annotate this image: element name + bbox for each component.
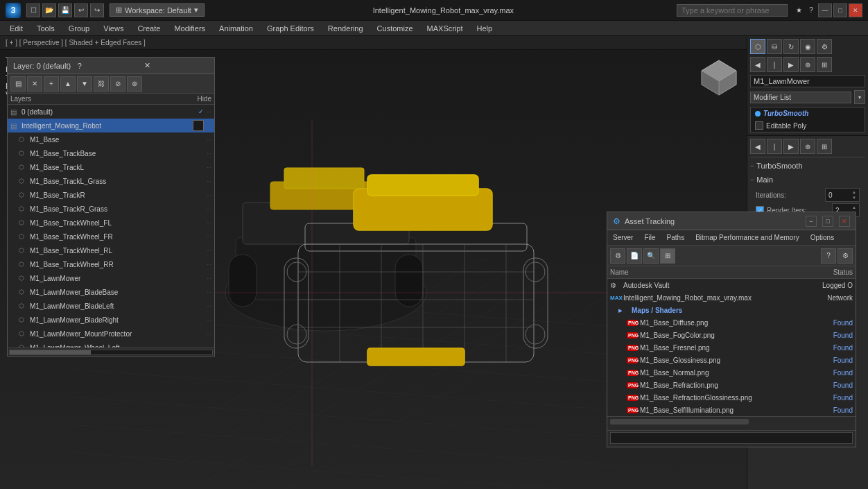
menu-create[interactable]: Create [130, 21, 167, 36]
at-btn4[interactable]: ⊞ [660, 248, 675, 264]
list-item[interactable]: ⬡ M1_Base_TrackR_Grass ··· [8, 202, 214, 216]
list-item[interactable]: ▸ Maps / Shaders [607, 304, 856, 316]
menu-customize[interactable]: Customize [370, 21, 420, 36]
icon1[interactable]: ◀ [750, 57, 765, 72]
prop-btn1[interactable]: ◀ [750, 139, 765, 154]
at-menu-server[interactable]: Server [607, 230, 639, 246]
icon5[interactable]: ⊞ [817, 57, 832, 72]
at-menu-file[interactable]: File [639, 230, 661, 246]
layer-add-btn[interactable]: + [44, 76, 59, 92]
list-item[interactable]: PNG M1_Base_RefractionGlossiness.png Fou… [607, 391, 856, 404]
list-item[interactable]: ⬡ M1_Base_TrackR ··· [8, 188, 214, 202]
iterations-value[interactable]: 0 ▲ ▼ [825, 188, 860, 202]
spin-up[interactable]: ▲ [852, 205, 856, 210]
new-file-btn[interactable]: ☐ [26, 3, 40, 17]
close-btn[interactable]: ✕ [849, 3, 862, 17]
modify-btn[interactable]: ⬡ [750, 39, 765, 54]
object-name-input[interactable] [750, 75, 865, 87]
menu-rendering[interactable]: Rendering [321, 21, 370, 36]
save-file-btn[interactable]: 💾 [58, 3, 72, 17]
at-menu-paths[interactable]: Paths [661, 230, 691, 246]
layer-move-up-btn[interactable]: ▲ [60, 76, 76, 92]
list-item[interactable]: ⬡ M1_LawnMower_MountProtector ··· [8, 327, 214, 341]
menu-graph-editors[interactable]: Graph Editors [260, 21, 321, 36]
layer-dialog-title[interactable]: Layer: 0 (default) ? ✕ [8, 58, 214, 74]
at-btn1[interactable]: ⚙ [610, 248, 625, 264]
at-search-input[interactable] [610, 432, 853, 444]
at-maximize-btn[interactable]: □ [822, 216, 833, 227]
menu-views[interactable]: Views [96, 21, 130, 36]
menu-animation[interactable]: Animation [212, 21, 260, 36]
prop-btn5[interactable]: ⊞ [817, 139, 832, 154]
list-item[interactable]: ⚙ Autodesk Vault Logged O [607, 279, 856, 291]
undo-btn[interactable]: ↩ [74, 3, 88, 17]
spin-up[interactable]: ▲ [852, 189, 856, 195]
at-menu-options[interactable]: Options [805, 230, 840, 246]
motion-btn[interactable]: ↻ [783, 39, 799, 54]
layer-dialog-question[interactable]: ? [78, 62, 142, 70]
open-file-btn[interactable]: 📂 [42, 3, 56, 17]
list-item[interactable]: ▤ 0 (default) ✓ ··· [8, 105, 214, 119]
list-item[interactable]: ⬡ M1_LawnMower ··· [8, 271, 214, 285]
maximize-btn[interactable]: □ [833, 3, 847, 17]
list-item[interactable]: ⬡ M1_LawnMower_Wheel_Left ··· [8, 341, 214, 348]
list-item[interactable]: ⬡ M1_LawnMower_BladeRight ··· [8, 313, 214, 327]
viewport-cube[interactable] [698, 57, 740, 98]
spin-arrows[interactable]: ▲ ▼ [852, 189, 856, 200]
info-btn[interactable]: ? [806, 5, 817, 16]
list-item[interactable]: ⬡ M1_LawnMower_BladeBase ··· [8, 285, 214, 299]
list-item[interactable]: ⬡ M1_Base_TrackWheel_RL ··· [8, 243, 214, 257]
layer-select-btn[interactable]: ⊛ [127, 76, 142, 92]
list-item[interactable]: MAX Intelligent_Mowing_Robot_max_vray.ma… [607, 291, 856, 304]
layer-scrollbar[interactable] [8, 348, 214, 356]
spin-down[interactable]: ▼ [852, 195, 856, 200]
list-item[interactable]: ⬡ M1_LawnMower_BladeLeft ··· [8, 299, 214, 313]
layer-unlink-btn[interactable]: ⊘ [110, 76, 125, 92]
list-item[interactable]: ⬡ M1_Base ··· [8, 132, 214, 146]
layer-move-down-btn[interactable]: ▼ [77, 76, 92, 92]
layer-delete-btn[interactable]: ✕ [27, 76, 42, 92]
menu-tools[interactable]: Tools [30, 21, 62, 36]
at-close-btn[interactable]: ✕ [839, 216, 850, 227]
search-input[interactable] [677, 4, 788, 17]
list-item[interactable]: PNG M1_Base_Fresnel.png Found [607, 341, 856, 354]
menu-group[interactable]: Group [62, 21, 97, 36]
list-item[interactable]: ▤ Intelligent_Mowing_Robot ··· [8, 119, 214, 132]
bookmark-btn[interactable]: ★ [793, 5, 804, 16]
menu-edit[interactable]: Edit [3, 21, 30, 36]
list-item[interactable]: ⬡ M1_Base_TrackL ··· [8, 160, 214, 174]
modifier-editablepolyitem[interactable]: Editable Poly [751, 119, 865, 132]
prop-btn2[interactable]: | [767, 139, 782, 154]
menu-maxscript[interactable]: MAXScript [420, 21, 470, 36]
list-item[interactable]: PNG M1_Base_SelfIllumination.png Found [607, 404, 856, 416]
redo-btn[interactable]: ↪ [90, 3, 104, 17]
list-item[interactable]: ⬡ M1_Base_TrackBase ··· [8, 146, 214, 160]
mod-checkbox[interactable] [755, 121, 763, 130]
at-btn3[interactable]: 🔍 [643, 248, 659, 264]
menu-help[interactable]: Help [470, 21, 500, 36]
at-minimize-btn[interactable]: − [806, 216, 817, 227]
modifier-list-arrow[interactable]: ▾ [854, 90, 865, 104]
hierarchy-btn[interactable]: ⛁ [767, 39, 782, 54]
list-item[interactable]: ⬡ M1_Base_TrackL_Grass ··· [8, 174, 214, 188]
icon4[interactable]: ⊕ [800, 57, 815, 72]
icon2[interactable]: | [767, 57, 782, 72]
hide-checkbox[interactable] [193, 120, 204, 131]
at-help-btn[interactable]: ? [821, 248, 836, 264]
workspace-selector[interactable]: ⊞ Workspace: Default ▾ [110, 3, 205, 17]
modifier-turbosmoothitem[interactable]: TurboSmooth [751, 108, 865, 119]
turbosmooth-section-header[interactable]: − TurboSmooth [750, 160, 865, 171]
at-settings-btn[interactable]: ⚙ [837, 248, 853, 264]
list-item[interactable]: PNG M1_Base_Glossiness.png Found [607, 354, 856, 366]
minimize-btn[interactable]: — [818, 3, 832, 17]
display-btn[interactable]: ◉ [800, 39, 815, 54]
prop-btn4[interactable]: ⊕ [800, 139, 815, 154]
layer-type-btn[interactable]: ▤ [10, 76, 26, 92]
prop-btn3[interactable]: ▶ [783, 139, 799, 154]
list-item[interactable]: PNG M1_Base_Diffuse.png Found [607, 316, 856, 329]
at-menu-bitmap[interactable]: Bitmap Performance and Memory [690, 230, 805, 246]
list-item[interactable]: ⬡ M1_Base_TrackWheel_FR ··· [8, 230, 214, 243]
list-item[interactable]: ⬡ M1_Base_TrackWheel_RR ··· [8, 257, 214, 271]
list-item[interactable]: PNG M1_Base_FogColor.png Found [607, 329, 856, 341]
list-item[interactable]: PNG M1_Base_Refraction.png Found [607, 379, 856, 391]
